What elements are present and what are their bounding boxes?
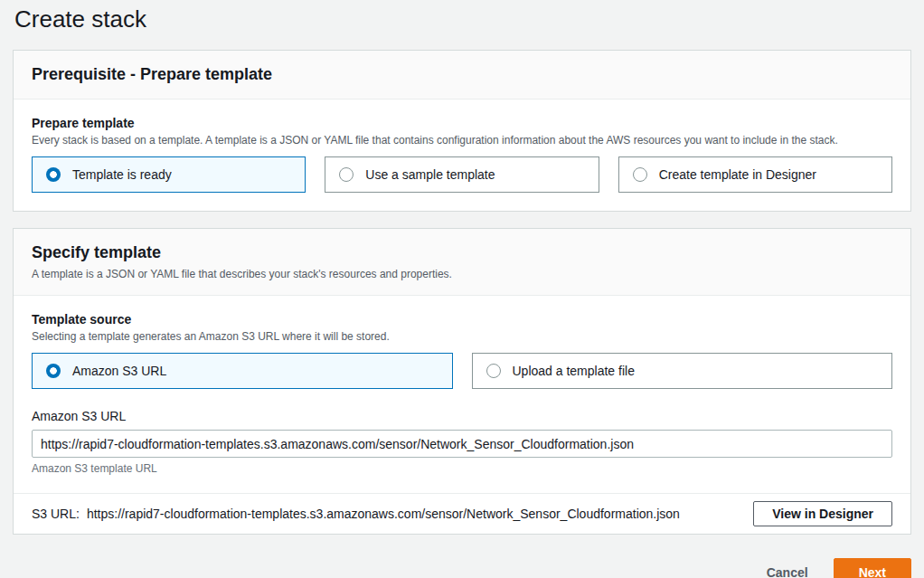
radio-tile-label: Template is ready [72,167,172,182]
radio-unselected-icon[interactable] [339,167,354,182]
prerequisite-panel-title: Prerequisite - Prepare template [32,65,892,84]
radio-tile-label: Upload a template file [513,364,635,378]
s3-url-field-block: Amazon S3 URL Amazon S3 template URL [32,409,892,475]
specify-template-panel: Specify template A template is a JSON or… [13,228,911,535]
s3-url-summary-value: https://rapid7-cloudformation-templates.… [87,507,680,521]
template-source-description: Selecting a template generates an Amazon… [32,330,892,343]
page-title: Create stack [13,0,911,33]
prerequisite-panel-header: Prerequisite - Prepare template [14,51,910,99]
radio-tile-upload-template-file[interactable]: Upload a template file [472,353,893,389]
radio-tile-template-is-ready[interactable]: Template is ready [32,156,306,193]
radio-tile-amazon-s3-url[interactable]: Amazon S3 URL [32,353,453,389]
specify-template-body: Template source Selecting a template gen… [14,296,910,493]
radio-selected-icon[interactable] [46,364,61,378]
radio-tile-label: Amazon S3 URL [72,364,166,378]
radio-tile-use-sample-template[interactable]: Use a sample template [325,156,599,193]
s3-url-helper-text: Amazon S3 template URL [32,462,892,475]
prerequisite-panel-body: Prepare template Every stack is based on… [14,99,910,211]
s3-url-input-label: Amazon S3 URL [32,409,892,423]
radio-unselected-icon[interactable] [633,167,647,182]
radio-selected-icon[interactable] [46,167,61,182]
specify-template-footer: S3 URL:https://rapid7-cloudformation-tem… [14,493,910,534]
prepare-template-label: Prepare template [32,116,892,130]
radio-tile-label: Use a sample template [365,167,495,182]
wizard-actions: Cancel Next [13,558,911,578]
s3-url-summary-label: S3 URL: [32,507,80,521]
template-source-label: Template source [32,312,892,327]
view-in-designer-button[interactable]: View in Designer [753,501,892,526]
s3-url-summary: S3 URL:https://rapid7-cloudformation-tem… [32,507,680,521]
specify-template-header: Specify template A template is a JSON or… [14,229,910,296]
specify-template-description: A template is a JSON or YAML file that d… [32,268,892,280]
template-source-options: Amazon S3 URL Upload a template file [32,353,892,389]
radio-tile-create-template-in-designer[interactable]: Create template in Designer [618,156,892,193]
cancel-button[interactable]: Cancel [767,565,808,578]
radio-unselected-icon[interactable] [486,364,501,378]
s3-url-input[interactable] [32,430,892,458]
next-button[interactable]: Next [834,558,911,578]
specify-template-title: Specify template [32,243,892,262]
prepare-template-description: Every stack is based on a template. A te… [32,134,892,147]
prepare-template-options: Template is ready Use a sample template … [32,156,892,193]
radio-tile-label: Create template in Designer [659,167,816,182]
prerequisite-panel: Prerequisite - Prepare template Prepare … [13,50,911,212]
